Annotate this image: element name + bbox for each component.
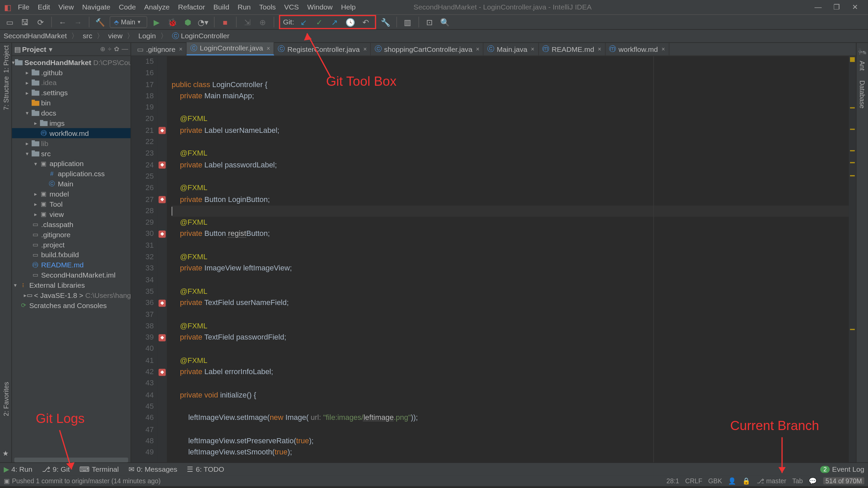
build-icon[interactable]: 🔨 — [94, 16, 106, 28]
search-icon[interactable]: ⊕ — [257, 16, 269, 28]
close-tab-icon[interactable]: × — [179, 46, 182, 52]
tab-Main.java[interactable]: ⓒMain.java× — [484, 43, 538, 56]
menu-code[interactable]: Code — [115, 2, 140, 12]
menu-navigate[interactable]: Navigate — [78, 2, 115, 12]
git-tool-tab[interactable]: ⎇9: Git — [42, 465, 70, 473]
git-rollback-icon[interactable]: ↶ — [360, 16, 372, 28]
memory-indicator[interactable]: 514 of 970M — [823, 477, 865, 484]
close-tab-icon[interactable]: × — [662, 46, 665, 52]
file-encoding[interactable]: GBK — [708, 477, 722, 484]
presentation-icon[interactable]: ⊡ — [423, 16, 435, 28]
inspection-icon[interactable]: 👤 — [728, 477, 736, 485]
structure-icon[interactable]: ▥ — [401, 16, 413, 28]
menu-analyze[interactable]: Analyze — [140, 2, 174, 12]
tree-item-.idea[interactable]: ▸.idea — [12, 78, 131, 88]
tree-item-.settings[interactable]: ▸.settings — [12, 87, 131, 98]
close-tab-icon[interactable]: × — [267, 45, 270, 52]
sync-icon[interactable]: ⟳ — [35, 16, 46, 28]
tree-item-model[interactable]: ▸▣model — [12, 189, 131, 199]
breadcrumb-LoginController[interactable]: ⓒ LoginController — [172, 32, 230, 40]
code-editor[interactable]: 1516171819202122232425262728293031323334… — [131, 56, 856, 462]
menu-tools[interactable]: Tools — [255, 2, 280, 12]
tree-item-.project[interactable]: ▭.project — [12, 240, 131, 250]
breadcrumb-SecondHandMarket[interactable]: SecondHandMarket — [4, 32, 67, 40]
git-push-icon[interactable]: ↗ — [329, 16, 341, 28]
back-icon[interactable]: ← — [57, 16, 68, 28]
external-libraries[interactable]: ▾⫶External Libraries — [12, 280, 131, 290]
gutter-marks[interactable]: ◆◆◆◆◆◆◆ — [157, 56, 167, 462]
git-branch[interactable]: ⎇ master — [757, 477, 786, 485]
ant-tool-tab[interactable]: Ant — [859, 61, 866, 70]
run-icon[interactable]: ▶ — [151, 16, 162, 28]
menu-file[interactable]: File — [14, 2, 34, 12]
stop-icon[interactable]: ■ — [219, 16, 231, 28]
tree-item-application.css[interactable]: #application.css — [12, 169, 131, 179]
debug-icon[interactable]: 🐞 — [166, 16, 178, 28]
profile-icon[interactable]: ◔▾ — [197, 16, 209, 28]
tab-workflow.md[interactable]: ⓜworkflow.md× — [606, 43, 669, 56]
code-content[interactable]: public class LoginController { private M… — [167, 56, 849, 462]
close-tab-icon[interactable]: × — [363, 46, 367, 52]
project-tree[interactable]: ▾SecondHandMarket D:\CPS\Cou▸.github▸.id… — [12, 56, 131, 458]
run-configuration-selector[interactable]: ⬘Main▾ — [110, 16, 147, 28]
lock-icon[interactable]: 🔒 — [742, 477, 751, 485]
notif-icon[interactable]: 💬 — [809, 477, 817, 485]
error-stripe[interactable] — [849, 56, 856, 462]
save-icon[interactable]: 🖫 — [19, 16, 31, 28]
star-icon[interactable]: ★ — [2, 449, 9, 458]
open-icon[interactable]: ▭ — [4, 16, 16, 28]
tree-item-Main[interactable]: ⓒMain — [12, 179, 131, 189]
menu-edit[interactable]: Edit — [34, 2, 54, 12]
line-gutter[interactable]: 1516171819202122232425262728293031323334… — [131, 56, 157, 462]
run-tool-tab[interactable]: ▶4: Run — [4, 465, 33, 473]
tree-item-src[interactable]: ▾src — [12, 148, 131, 159]
git-pull-icon[interactable]: ↙ — [298, 16, 310, 28]
breadcrumb-src[interactable]: src — [83, 32, 92, 40]
minimize-button[interactable]: — — [814, 3, 822, 12]
todo-tool-tab[interactable]: ☰6: TODO — [187, 465, 224, 473]
tree-item-imgs[interactable]: ▸imgs — [12, 118, 131, 128]
tree-item-Tool[interactable]: ▸▣Tool — [12, 199, 131, 209]
tab-README.md[interactable]: ⓜREADME.md× — [538, 43, 605, 56]
tree-scrollbar[interactable] — [14, 458, 128, 462]
git-history-icon[interactable]: 🕓 — [344, 16, 356, 28]
indent-indicator[interactable]: Tab — [792, 477, 803, 484]
menu-refactor[interactable]: Refactor — [174, 2, 209, 12]
coverage-icon[interactable]: ⬢ — [182, 16, 194, 28]
tree-item-docs[interactable]: ▾docs — [12, 108, 131, 118]
project-panel-header[interactable]: ▤ Project ▾ ⊕÷✿— — [12, 43, 131, 56]
menu-build[interactable]: Build — [209, 2, 234, 12]
tab-LoginController.java[interactable]: ⓒLoginController.java× — [187, 42, 274, 56]
tree-item-build.fxbuild[interactable]: ▭build.fxbuild — [12, 250, 131, 260]
find-icon[interactable]: 🔍 — [439, 16, 451, 28]
tree-item-view[interactable]: ▸▣view — [12, 209, 131, 219]
menu-view[interactable]: View — [54, 2, 78, 12]
tree-item-.gitignore[interactable]: ▭.gitignore — [12, 229, 131, 240]
maximize-button[interactable]: ❐ — [833, 3, 841, 12]
favorites-tool-tab[interactable]: 2: Favorites — [2, 382, 9, 416]
database-tool-tab[interactable]: Database — [859, 80, 866, 108]
tab-shoppingCartController.java[interactable]: ⓒshoppingCartController.java× — [371, 43, 484, 56]
close-button[interactable]: ✕ — [851, 3, 859, 12]
tree-item-README.md[interactable]: ⓜREADME.md — [12, 260, 131, 270]
breadcrumb-Login[interactable]: Login — [138, 32, 156, 40]
caret-position[interactable]: 28:1 — [666, 477, 679, 484]
attach-icon[interactable]: ⇲ — [241, 16, 253, 28]
status-icon[interactable]: ▣ — [4, 477, 10, 485]
settings-icon[interactable]: 🔧 — [379, 16, 391, 28]
project-tool-tab[interactable]: 1: Project — [2, 45, 9, 73]
event-log-tab[interactable]: 2 Event Log — [821, 465, 864, 473]
jdk-node[interactable]: ▸▭< JavaSE-1.8 > C:\Users\hangz — [12, 290, 131, 300]
tree-item-.github[interactable]: ▸.github — [12, 67, 131, 78]
tab-.gitignore[interactable]: ▭.gitignore× — [134, 43, 187, 56]
tree-item-application[interactable]: ▾▣application — [12, 159, 131, 169]
tab-RegisterController.java[interactable]: ⓒRegisterController.java× — [274, 43, 371, 56]
structure-tool-tab[interactable]: 7: Structure — [2, 77, 9, 110]
close-tab-icon[interactable]: × — [531, 46, 534, 52]
git-commit-icon[interactable]: ✓ — [313, 16, 325, 28]
close-tab-icon[interactable]: × — [476, 46, 479, 52]
menu-run[interactable]: Run — [234, 2, 255, 12]
close-tab-icon[interactable]: × — [598, 46, 601, 52]
ant-icon[interactable]: 🐜 — [858, 48, 867, 56]
forward-icon[interactable]: → — [72, 16, 84, 28]
